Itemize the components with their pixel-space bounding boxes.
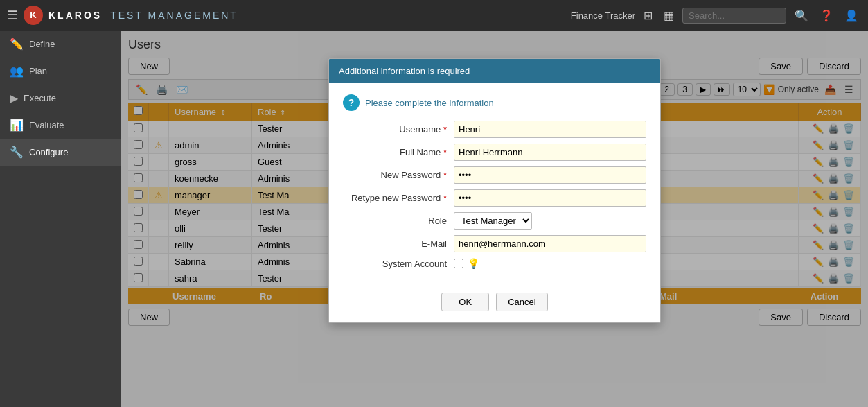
sidebar-item-execute[interactable]: ▶ Execute — [0, 85, 121, 112]
new-password-label: New Password * — [343, 170, 454, 180]
fullname-required: * — [443, 147, 447, 157]
sidebar-item-label: Execute — [24, 93, 56, 103]
info-icon: ? — [343, 94, 360, 111]
plan-icon: 👥 — [10, 64, 24, 78]
sidebar-item-configure[interactable]: 🔧 Configure — [0, 139, 121, 166]
fullname-input[interactable] — [454, 144, 646, 161]
fullname-label: Full Name * — [343, 147, 454, 157]
modal-title: Additional information is required — [339, 66, 470, 76]
modal-overlay: Additional information is required ? Ple… — [121, 31, 868, 407]
project-name: Finance Tracker — [571, 10, 635, 21]
configure-icon: 🔧 — [10, 146, 24, 159]
sidebar-item-label: Evaluate — [29, 120, 64, 130]
grid-icon[interactable]: ⊞ — [641, 6, 655, 25]
email-row: E-Mail — [343, 235, 646, 252]
sidebar: ✏️ Define 👥 Plan ▶ Execute 📊 Evaluate 🔧 … — [0, 31, 121, 407]
app-logo: K — [24, 6, 43, 25]
modal-header: Additional information is required — [329, 59, 660, 83]
email-input[interactable] — [454, 235, 646, 252]
retype-password-input[interactable] — [454, 189, 646, 207]
svg-text:K: K — [30, 10, 37, 20]
table-icon[interactable]: ▦ — [661, 6, 677, 25]
retype-required: * — [443, 193, 447, 203]
hamburger-icon[interactable]: ☰ — [7, 8, 18, 23]
username-input[interactable] — [454, 121, 646, 138]
new-password-input[interactable] — [454, 166, 646, 184]
role-select[interactable]: Test Manager Admin Guest Tester — [454, 212, 532, 230]
email-label: E-Mail — [343, 239, 454, 249]
modal-description: ? Please complete the information — [343, 94, 646, 111]
sidebar-item-label: Configure — [29, 147, 68, 157]
modal-body: ? Please complete the information Userna… — [329, 83, 660, 286]
evaluate-icon: 📊 — [10, 119, 24, 132]
help-icon[interactable]: ❓ — [817, 6, 836, 25]
fullname-row: Full Name * — [343, 144, 646, 161]
sidebar-item-label: Define — [29, 39, 55, 49]
brand-name: KLAROS — [48, 10, 102, 21]
system-account-label: System Account — [343, 259, 454, 269]
new-password-required: * — [443, 170, 447, 180]
sidebar-item-evaluate[interactable]: 📊 Evaluate — [0, 112, 121, 139]
sidebar-item-define[interactable]: ✏️ Define — [0, 31, 121, 58]
sidebar-item-label: Plan — [29, 66, 47, 76]
username-row: Username * — [343, 121, 646, 138]
username-label: Username * — [343, 124, 454, 135]
modal: Additional information is required ? Ple… — [328, 58, 661, 323]
system-account-checkbox[interactable] — [454, 259, 463, 268]
execute-icon: ▶ — [10, 92, 18, 105]
user-icon[interactable]: 👤 — [842, 6, 861, 25]
system-account-row: System Account 💡 — [343, 258, 646, 269]
search-icon[interactable]: 🔍 — [792, 6, 811, 25]
navbar: ☰ K KLAROS TEST MANAGEMENT Finance Track… — [0, 0, 868, 31]
cancel-button[interactable]: Cancel — [496, 293, 547, 311]
system-account-controls: 💡 — [454, 258, 479, 269]
bulb-icon[interactable]: 💡 — [468, 258, 479, 269]
define-icon: ✏️ — [10, 37, 24, 51]
ok-button[interactable]: OK — [441, 293, 489, 311]
role-row: Role Test Manager Admin Guest Tester — [343, 212, 646, 230]
retype-password-label: Retype new Password * — [343, 193, 454, 203]
brand-subtitle: TEST MANAGEMENT — [110, 10, 238, 21]
username-required: * — [443, 124, 447, 135]
role-label: Role — [343, 216, 454, 226]
sidebar-item-plan[interactable]: 👥 Plan — [0, 58, 121, 85]
modal-footer: OK Cancel — [329, 286, 660, 322]
search-input[interactable] — [682, 8, 786, 24]
retype-password-row: Retype new Password * — [343, 189, 646, 207]
new-password-row: New Password * — [343, 166, 646, 184]
